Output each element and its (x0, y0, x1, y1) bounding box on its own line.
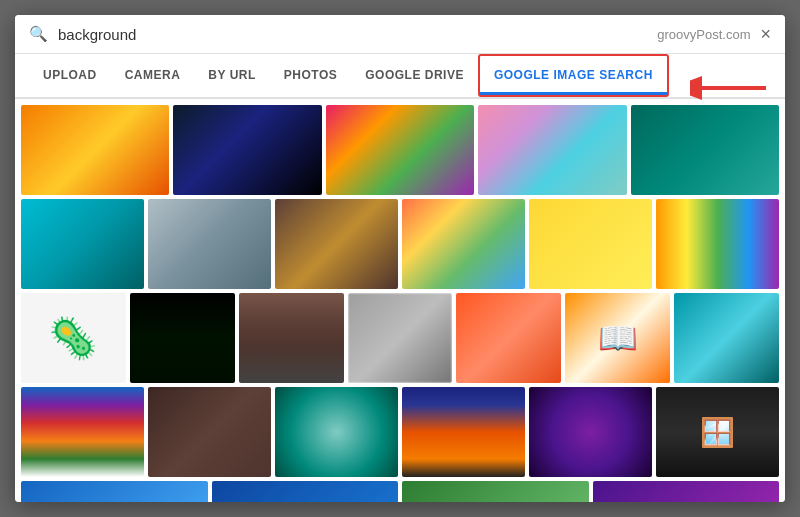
tab-google-image-search[interactable]: GOOGLE IMAGE SEARCH (480, 58, 667, 95)
grid-image-16[interactable] (456, 293, 561, 383)
grid-image-19[interactable] (21, 387, 144, 477)
tab-highlight-box: GOOGLE IMAGE SEARCH (478, 54, 669, 97)
grid-image-9[interactable] (402, 199, 525, 289)
grid-image-1[interactable] (21, 105, 169, 195)
grid-image-27[interactable] (402, 481, 589, 502)
search-input[interactable] (58, 26, 647, 43)
annotation-arrow (690, 68, 770, 112)
grid-image-25[interactable] (21, 481, 208, 502)
grid-image-28[interactable] (593, 481, 780, 502)
grid-image-14[interactable] (239, 293, 344, 383)
grid-image-18[interactable] (674, 293, 779, 383)
grid-image-4[interactable] (478, 105, 626, 195)
tab-photos[interactable]: PHOTOS (270, 58, 351, 95)
close-button[interactable]: × (760, 25, 771, 43)
search-icon: 🔍 (29, 25, 48, 43)
tab-by-url[interactable]: BY URL (194, 58, 269, 95)
grid-image-3[interactable] (326, 105, 474, 195)
grid-image-2[interactable] (173, 105, 321, 195)
grid-image-20[interactable] (148, 387, 271, 477)
branding-text: groovyPost.com (657, 27, 750, 42)
grid-row-4: 🪟 (21, 387, 779, 477)
grid-image-21[interactable] (275, 387, 398, 477)
grid-image-7[interactable] (148, 199, 271, 289)
grid-image-17[interactable]: 📖 (565, 293, 670, 383)
grid-row-5 (21, 481, 779, 502)
grid-image-12[interactable]: 🦠 (21, 293, 126, 383)
tab-camera[interactable]: CAMERA (111, 58, 195, 95)
grid-row-2 (21, 199, 779, 289)
tab-upload[interactable]: UPLOAD (29, 58, 111, 95)
grid-image-23[interactable] (529, 387, 652, 477)
grid-image-13[interactable] (130, 293, 235, 383)
grid-image-15[interactable] (348, 293, 453, 383)
grid-row-1 (21, 105, 779, 195)
modal-header: 🔍 groovyPost.com × (15, 15, 785, 54)
grid-image-22[interactable] (402, 387, 525, 477)
grid-image-26[interactable] (212, 481, 399, 502)
grid-row-3: 🦠 📖 (21, 293, 779, 383)
grid-image-8[interactable] (275, 199, 398, 289)
grid-image-11[interactable] (656, 199, 779, 289)
tab-google-drive[interactable]: GOOGLE DRIVE (351, 58, 478, 95)
modal-dialog: 🔍 groovyPost.com × UPLOAD CAMERA BY URL … (15, 15, 785, 502)
grid-image-6[interactable] (21, 199, 144, 289)
grid-image-24[interactable]: 🪟 (656, 387, 779, 477)
grid-image-5[interactable] (631, 105, 779, 195)
grid-image-10[interactable] (529, 199, 652, 289)
tabs-bar: UPLOAD CAMERA BY URL PHOTOS GOOGLE DRIVE… (15, 54, 785, 99)
image-grid[interactable]: 🦠 📖 🪟 (15, 99, 785, 502)
